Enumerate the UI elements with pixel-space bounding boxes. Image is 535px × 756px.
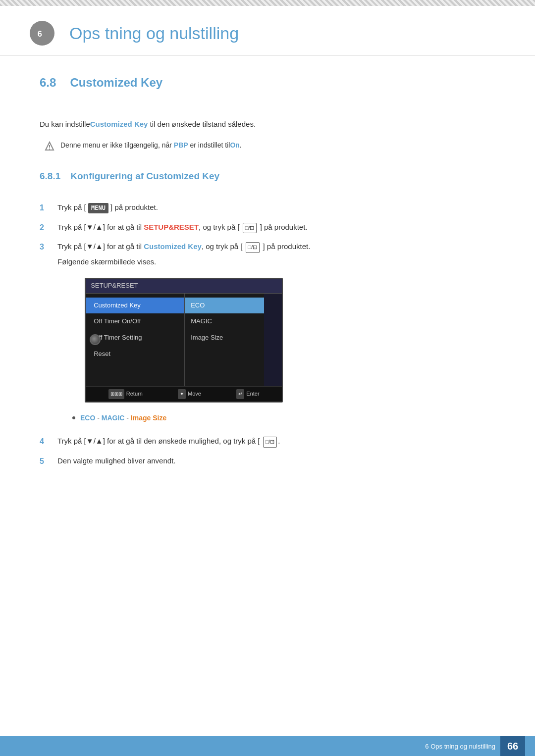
footer-enter: ↵ Enter: [236, 389, 259, 399]
menu-right-panel: ECO MAGIC Image Size: [185, 294, 264, 386]
intro-text-after: til den ønskede tilstand således.: [148, 120, 256, 128]
menu-screenshot: SETUP&RESET Customized Key Off Timer On/…: [85, 278, 283, 403]
menu-knob: [90, 334, 101, 345]
step-3-text: Tryk på [▼/▲] for at gå til Customized K…: [57, 242, 310, 251]
btn-icon-4: □/⊡: [263, 437, 277, 448]
sub-sep2: -: [124, 414, 130, 422]
svg-text:6: 6: [38, 29, 42, 38]
menu-item-customized: Customized Key: [86, 298, 184, 314]
step-1-text: Tryk på [ MENU ] på produktet.: [57, 202, 158, 213]
sub-eco: ECO: [80, 414, 95, 422]
step-3-subtext: Følgende skærmbillede vises.: [57, 256, 310, 268]
note-text-before: Denne menu er ikke tilgængelig, når: [60, 141, 174, 149]
footer-return: ⊞⊞⊞ Return: [108, 389, 143, 399]
btn-icon-3: □/⊡: [246, 242, 260, 253]
note-period: .: [240, 141, 242, 149]
step-2-setup: SETUP&RESET: [144, 223, 199, 231]
page-footer: 6 Ops tning og nulstilling 66: [0, 736, 535, 756]
step-4-number: 4: [40, 435, 54, 448]
footer-move-label: Move: [188, 390, 201, 399]
submenu-magic: MAGIC: [185, 313, 264, 330]
step-5-number: 5: [40, 455, 54, 468]
chapter-icon-circle: 6: [30, 21, 54, 46]
move-icon: ✦: [178, 389, 186, 399]
menu-left-panel: Customized Key Off Timer On/Off Off Time…: [86, 294, 185, 386]
note-text: Denne menu er ikke tilgængelig, når PBP …: [60, 140, 242, 151]
top-stripe: [0, 0, 535, 6]
footer-return-label: Return: [126, 390, 143, 399]
note-text-middle: er indstillet til: [188, 141, 230, 149]
menu-item-offtimer: Off Timer On/Off: [86, 313, 184, 330]
sub-sep1: -: [95, 414, 101, 422]
footer-move: ✦ Move: [178, 389, 201, 399]
menu-titlebar: SETUP&RESET: [86, 279, 282, 294]
intro-paragraph: Du kan indstilleCustomized Key til den ø…: [40, 118, 495, 130]
step-5-text: Den valgte mulighed bliver anvendt.: [57, 455, 175, 467]
step-1: 1 Tryk på [ MENU ] på produktet.: [40, 202, 495, 214]
note-box: Denne menu er ikke tilgængelig, når PBP …: [40, 140, 495, 151]
step-2-text: Tryk på [▼/▲] for at gå til SETUP&RESET,…: [57, 221, 308, 234]
submenu-eco: ECO: [185, 298, 264, 314]
note-pbp: PBP: [174, 141, 188, 149]
note-on: On: [230, 141, 239, 149]
sub-imagesize: Image Size: [131, 414, 166, 422]
menu-item-reset: Reset: [86, 346, 184, 362]
subsection-number: 6.8.1: [40, 171, 60, 182]
sub-bullet-text: ECO - MAGIC - Image Size: [80, 412, 166, 423]
sub-bullet: ECO - MAGIC - Image Size: [72, 412, 310, 423]
sub-magic: MAGIC: [102, 414, 125, 422]
svg-point-3: [49, 149, 50, 150]
menu-key-badge: MENU: [88, 203, 108, 213]
intro-highlight: Customized Key: [90, 120, 148, 128]
subsection-title: Konfigurering af Customized Key: [70, 171, 219, 182]
subsection-heading-container: 6.8.1 Konfigurering af Customized Key: [40, 166, 495, 192]
note-icon: [45, 141, 54, 151]
step-2-number: 2: [40, 221, 54, 234]
bullet-dot: [72, 416, 75, 419]
steps-list: 1 Tryk på [ MENU ] på produktet. 2 Tryk …: [40, 202, 495, 467]
step-3: 3 Tryk på [▼/▲] for at gå til Customized…: [40, 241, 495, 428]
btn-icon-2: □/⊡: [243, 223, 257, 234]
step-4-text: Tryk på [▼/▲] for at gå til den ønskede …: [57, 435, 280, 448]
footer-text: 6 Ops tning og nulstilling: [425, 743, 495, 750]
step-5: 5 Den valgte mulighed bliver anvendt.: [40, 455, 495, 468]
menu-knob-area: [90, 334, 101, 345]
intro-text-before: Du kan indstille: [40, 120, 90, 128]
chapter-header: 6 Ops tning og nulstilling: [0, 6, 535, 56]
page-number: 66: [500, 736, 525, 756]
step-2: 2 Tryk på [▼/▲] for at gå til SETUP&RESE…: [40, 221, 495, 234]
menu-footer: ⊞⊞⊞ Return ✦ Move ↵ Enter: [86, 386, 282, 402]
chapter-title: Ops tning og nulstilling: [69, 24, 239, 43]
step-4: 4 Tryk på [▼/▲] for at gå til den ønsked…: [40, 435, 495, 448]
main-content: 6.8 Customized Key Du kan indstilleCusto…: [0, 76, 535, 517]
section-number: 6.8: [40, 76, 56, 90]
step-3-number: 3: [40, 241, 54, 253]
menu-title: SETUP&RESET: [91, 282, 138, 289]
return-icon: ⊞⊞⊞: [108, 389, 124, 399]
enter-icon: ↵: [236, 389, 244, 399]
step-3-key: Customized Key: [144, 242, 202, 251]
step-1-number: 1: [40, 202, 54, 214]
footer-enter-label: Enter: [246, 390, 259, 399]
step-3-content: Tryk på [▼/▲] for at gå til Customized K…: [57, 241, 310, 428]
section-title: Customized Key: [70, 76, 162, 90]
section-heading-container: 6.8 Customized Key: [40, 76, 495, 104]
chapter-number-icon: 6: [35, 26, 49, 40]
submenu-imagesize: Image Size: [185, 330, 264, 346]
